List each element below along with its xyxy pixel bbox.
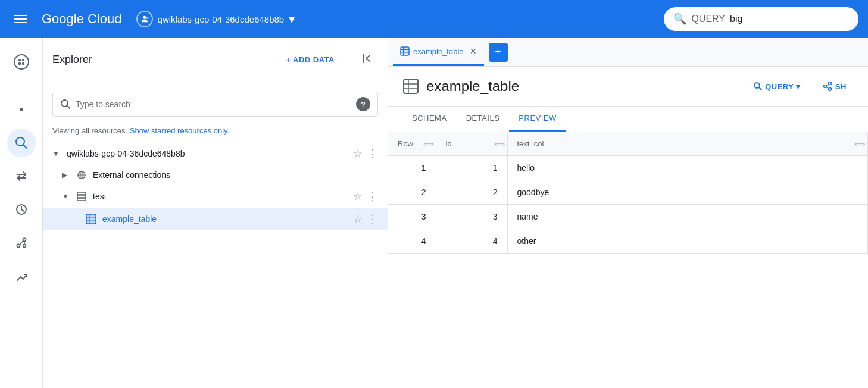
example-star-icon[interactable]: ☆ [353,212,363,226]
top-header: Google Cloud qwiklabs-gcp-04-36dcde648b8… [0,0,868,38]
col-header-text-col: text_col ⟺ [507,132,868,156]
project-star-icon[interactable]: ☆ [353,147,363,160]
hamburger-menu[interactable] [10,10,32,28]
query-dropdown-arrow: ▾ [796,82,801,91]
dropdown-arrow: ▾ [289,12,295,26]
test-more-icon[interactable]: ⋮ [367,190,378,203]
svg-rect-26 [86,214,96,224]
query-label: QUERY [765,82,794,91]
tree-project[interactable]: ▼ qwiklabs-gcp-04-36dcde648b8b ☆ ⋮ [43,142,388,165]
svg-rect-6 [18,62,21,65]
tab-schema[interactable]: SCHEMA [402,107,457,132]
tab-label: example_table [413,47,464,56]
sidebar-item-home[interactable] [7,48,36,76]
table-tree-icon [86,214,96,224]
tab-details[interactable]: DETAILS [457,107,510,132]
tab-bar: example_table ✕ + [388,38,868,67]
brand-text: Google Cloud [42,11,122,27]
table-header-row: Row ⟺ id ⟺ text_col ⟺ [388,132,868,156]
cell-id-3: 4 [436,229,507,254]
table-row: 2 2 goodbye [388,180,868,205]
project-icon [136,11,153,27]
share-icon [822,81,833,92]
search-container: ? [43,82,388,126]
svg-line-9 [23,145,27,149]
tree-dataset-test[interactable]: ▼ test ☆ ⋮ [43,185,388,208]
cell-text-0: hello [507,156,868,180]
sidebar-item-history[interactable] [7,195,36,224]
tree-table-example[interactable]: ▶ example_table ☆ ⋮ [43,208,388,230]
sidebar-icons [0,38,43,388]
test-dataset-label: test [93,192,348,201]
svg-line-46 [826,87,828,89]
sidebar-item-search[interactable] [7,129,36,157]
svg-point-15 [23,245,26,248]
col-header-row: Row ⟺ [388,132,436,156]
table-row: 1 1 hello [388,156,868,180]
collapse-button[interactable] [357,48,378,72]
svg-point-3 [14,55,29,69]
svg-line-41 [759,87,761,90]
svg-line-16 [20,241,23,245]
cell-text-1: goodbye [507,180,868,205]
cell-row-2: 3 [388,205,436,229]
svg-point-42 [823,85,826,88]
cell-id-2: 3 [436,205,507,229]
tab-table-icon [400,46,410,56]
tree-external-connections[interactable]: ▶ External connections [43,165,388,185]
show-starred-link[interactable]: Show starred resources only. [130,126,229,135]
test-star-icon[interactable]: ☆ [353,190,363,203]
query-button[interactable]: QUERY ▾ [746,77,808,96]
tree-container: ▼ qwiklabs-gcp-04-36dcde648b8b ☆ ⋮ ▶ Ext… [43,142,388,388]
new-tab-button[interactable]: + [489,43,508,62]
sidebar-item-transfer[interactable] [7,162,36,190]
project-selector[interactable]: qwiklabs-gcp-04-36dcde648b8b ▾ [136,11,295,27]
sub-tabs: SCHEMA DETAILS PREVIEW [388,107,868,132]
content-table-icon [402,78,419,95]
cell-row-0: 1 [388,156,436,180]
project-label: qwiklabs-gcp-04-36dcde648b8b [67,149,348,158]
data-table: Row ⟺ id ⟺ text_col ⟺ [388,132,868,254]
example-more-icon[interactable]: ⋮ [367,212,378,226]
svg-rect-36 [404,79,418,93]
main-layout: Explorer + ADD DATA ? [0,38,868,388]
global-search-input[interactable] [730,14,849,24]
explorer-title: Explorer [52,54,271,66]
content-title: example_table [426,78,519,95]
table-row: 4 4 other [388,229,868,254]
sidebar-item-scheduled[interactable] [7,262,36,290]
explorer-search-box: ? [52,92,378,117]
new-tab-icon: + [495,46,501,58]
share-label: SH [835,82,847,91]
cell-text-2: name [507,205,868,229]
share-button[interactable]: SH [815,76,854,96]
svg-rect-24 [77,195,86,198]
search-help-icon[interactable]: ? [356,97,370,111]
svg-point-44 [828,88,831,91]
cell-id-0: 1 [436,156,507,180]
svg-rect-5 [22,59,24,61]
tab-example-table[interactable]: example_table ✕ [393,38,484,66]
search-label: QUERY [691,14,725,24]
search-box-icon [60,99,71,109]
explorer-search-input[interactable] [76,99,351,109]
resize-handle-row[interactable]: ⟺ [423,140,433,148]
global-search-bar[interactable]: 🔍 QUERY [664,7,858,31]
svg-rect-23 [77,192,86,195]
cell-text-3: other [507,229,868,254]
sidebar-item-dot [7,95,36,124]
svg-line-45 [826,84,828,86]
svg-rect-25 [77,198,86,201]
tab-preview[interactable]: PREVIEW [509,107,566,132]
header-divider [349,51,349,70]
add-data-button[interactable]: + ADD DATA [279,51,342,69]
svg-rect-4 [18,59,21,61]
col-header-id: id ⟺ [436,132,507,156]
content-actions: QUERY ▾ SH [746,76,854,96]
sidebar-item-analytics[interactable] [7,229,36,257]
example-table-label: example_table [102,214,348,224]
resize-handle-id[interactable]: ⟺ [495,140,505,148]
tab-close-button[interactable]: ✕ [470,46,477,56]
resize-handle-text-col[interactable]: ⟺ [855,140,865,148]
project-more-icon[interactable]: ⋮ [367,147,378,160]
